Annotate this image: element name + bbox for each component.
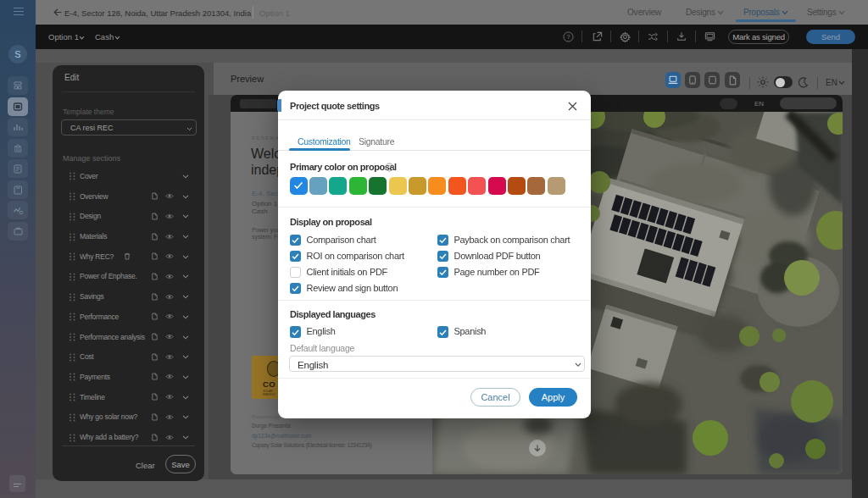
svg-text:?: ? xyxy=(566,33,570,41)
svg-text:?: ? xyxy=(388,164,392,170)
